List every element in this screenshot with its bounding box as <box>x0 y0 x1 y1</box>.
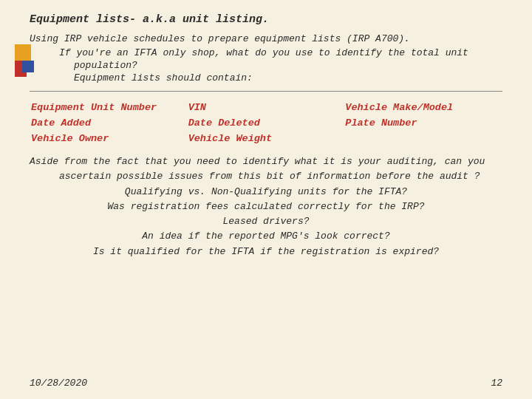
body-text: Aside from the fact that you need to ide… <box>30 154 502 183</box>
footer-date: 10/28/2020 <box>30 378 87 389</box>
field-col2-row1: VIN <box>188 100 344 115</box>
divider <box>30 91 502 92</box>
intro-line2: If you're an IFTA only shop, what do you… <box>59 47 502 58</box>
intro-line3: population? <box>74 60 502 71</box>
body-line6: An idea if the reported MPG's look corre… <box>142 231 389 242</box>
fields-row-2: Date Added Date Deleted Plate Number <box>31 116 501 130</box>
slide-title: Equipment lists- a.k.a unit listing. <box>30 13 502 26</box>
body-line3: Qualifying vs. Non-Qualifying units for … <box>125 186 407 197</box>
footer-page: 12 <box>491 378 502 389</box>
body-line5: Leased drivers? <box>222 216 309 227</box>
field-col3-row1: Vehicle Make/Model <box>345 100 501 115</box>
intro-line1: Using IRP vehicle schedules to prepare e… <box>30 33 502 44</box>
body-line4: Was registration fees calculated correct… <box>107 201 424 212</box>
field-col3-row3 <box>345 132 501 146</box>
body-centered: Qualifying vs. Non-Qualifying units for … <box>30 185 502 259</box>
field-col2-row3: Vehicle Weight <box>188 132 344 146</box>
orange-square <box>15 44 31 61</box>
footer: 10/28/2020 12 <box>30 378 502 389</box>
body-line7: Is it qualified for the IFTA if the regi… <box>93 246 439 257</box>
intro-line4: Equipment lists should contain: <box>74 72 502 83</box>
blue-square <box>22 61 34 72</box>
body-line2: ascertain possible issues from this bit … <box>59 169 502 184</box>
body-line1: Aside from the fact that you need to ide… <box>30 156 485 167</box>
slide-container: Equipment lists- a.k.a unit listing. Usi… <box>0 0 532 399</box>
field-col1-row3: Vehicle Owner <box>31 132 187 146</box>
decorative-squares <box>15 44 35 89</box>
field-col1-row2: Date Added <box>31 116 187 130</box>
fields-row-3: Vehicle Owner Vehicle Weight <box>31 132 501 146</box>
fields-table: Equipment Unit Number VIN Vehicle Make/M… <box>30 99 502 147</box>
field-col3-row2: Plate Number <box>345 116 501 130</box>
field-col2-row2: Date Deleted <box>188 116 344 130</box>
field-col1-row1: Equipment Unit Number <box>31 100 187 115</box>
fields-row-1: Equipment Unit Number VIN Vehicle Make/M… <box>31 100 501 115</box>
